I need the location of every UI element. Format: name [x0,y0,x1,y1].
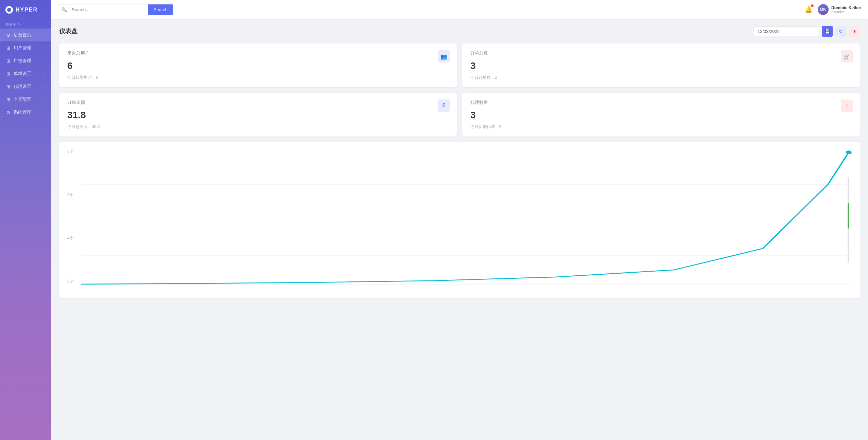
system-icon: ⊙ [5,110,11,115]
stat-value: 31.8 [67,110,449,121]
global-icon: ⊞ [5,97,11,102]
stat-card-agent-count: ↕ 代理数量 3 今日新增代理：2 [462,93,860,136]
y-label-3: 3个 [67,279,74,285]
y-label-5: 5个 [67,192,74,198]
page-actions: 💾 ↻ ▾ [753,26,860,37]
date-input[interactable] [753,26,819,36]
y-label-6: 6个 [67,149,74,154]
sidebar-item-label: 代理设置 [14,84,31,90]
stat-value: 3 [470,110,852,121]
sidebar-item-ads[interactable]: ⊞ 广告管理 › [0,54,51,67]
sidebar-item-home[interactable]: ⊙ 后台首页 [0,29,51,41]
sidebar-item-label: 广告管理 [14,58,31,64]
stat-sub: 今日订单数：2 [470,75,852,80]
stat-value: 3 [470,60,852,71]
user-name: Dominic Kelber [831,5,861,10]
chevron-right-icon: › [45,85,46,89]
chevron-right-icon: › [45,72,46,76]
page-header: 仪表盘 💾 ↻ ▾ [59,26,860,37]
save-icon: 💾 [824,29,830,34]
amount-stat-icon: $ [438,99,450,112]
stat-value: 6 [67,60,449,71]
search-input[interactable] [70,4,148,15]
home-icon: ⊙ [5,33,11,38]
page-title: 仪表盘 [59,27,77,35]
orders-stat-icon: 🛒 [841,50,853,62]
agents-stat-icon: ↕ [841,99,853,112]
content-area: 仪表盘 💾 ↻ ▾ 👥 平台总用户 6 今日新增用户：6 [51,19,868,440]
notification-icon[interactable]: 🔔 [805,6,812,13]
logo-text: HYPER [16,7,38,13]
sidebar-item-label: 单群设置 [14,71,31,77]
stat-card-total-users: 👥 平台总用户 6 今日新增用户：6 [59,43,457,87]
filter-icon: ▾ [853,29,856,34]
chart-card: 6个 5个 4个 3个 [59,142,860,298]
stat-sub: 今日总收入：30.8 [67,124,449,130]
chevron-right-icon: › [45,59,46,63]
search-button[interactable]: Search [148,4,173,15]
user-text: Dominic Kelber Founder [831,5,861,14]
ads-icon: ⊞ [5,58,11,63]
sidebar-section-label: 管理中心 [0,20,51,29]
chart-container: 6个 5个 4个 3个 [67,149,852,291]
sidebar-item-groups[interactable]: ⊞ 单群设置 › [0,67,51,80]
users-stat-icon: 👥 [438,50,450,62]
search-icon: 🔍 [58,7,70,12]
chevron-right-icon: › [45,98,46,102]
sidebar-item-agents[interactable]: ⊞ 代理设置 › [0,80,51,93]
chart-scrollbar[interactable] [848,177,849,263]
sidebar-item-label: 系统管理 [14,109,31,115]
y-axis-labels: 6个 5个 4个 3个 [67,149,74,291]
stat-label: 订单金额 [67,99,449,106]
notification-badge [811,4,814,7]
stat-card-total-orders: 🛒 订单总数 3 今日订单数：2 [462,43,860,87]
sidebar-item-label: 全局配置 [14,96,31,103]
sidebar-item-users[interactable]: ⊞ 用户管理 › [0,41,51,54]
logo-icon [5,6,13,14]
chevron-right-icon: › [45,46,46,50]
users-icon: ⊞ [5,45,11,51]
filter-button[interactable]: ▾ [849,26,860,37]
sidebar-logo: HYPER [0,0,51,20]
save-button[interactable]: 💾 [822,26,833,37]
stat-sub: 今日新增用户：6 [67,75,449,80]
user-role: Founder [831,10,861,14]
search-wrapper: 🔍 Search [58,4,173,15]
stat-label: 代理数量 [470,99,852,106]
user-info[interactable]: DK Dominic Kelber Founder [818,4,861,15]
sidebar-item-global[interactable]: ⊞ 全局配置 › [0,93,51,106]
chart-svg [81,149,852,291]
stat-label: 订单总数 [470,50,852,56]
y-label-4: 4个 [67,235,74,241]
stat-label: 平台总用户 [67,50,449,56]
sidebar-item-label: 用户管理 [14,45,31,51]
main-content: 🔍 Search 🔔 DK Dominic Kelber Founder 仪表盘 [51,0,868,440]
stats-grid: 👥 平台总用户 6 今日新增用户：6 🛒 订单总数 3 今日订单数：2 $ 订单… [59,43,860,136]
chevron-right-icon: › [45,111,46,114]
sidebar-item-system[interactable]: ⊙ 系统管理 › [0,106,51,119]
agents-icon: ⊞ [5,84,11,89]
chart-scrollbar-thumb [848,203,849,229]
stat-sub: 今日新增代理：2 [470,124,852,130]
svg-point-5 [846,150,852,154]
groups-icon: ⊞ [5,71,11,76]
refresh-icon: ↻ [839,29,843,34]
refresh-button[interactable]: ↻ [835,26,846,37]
header-right: 🔔 DK Dominic Kelber Founder [805,4,861,15]
header: 🔍 Search 🔔 DK Dominic Kelber Founder [51,0,868,19]
avatar: DK [818,4,829,15]
stat-card-order-amount: $ 订单金额 31.8 今日总收入：30.8 [59,93,457,136]
chart-area [81,149,852,291]
sidebar-item-label: 后台首页 [14,32,31,38]
sidebar: HYPER 管理中心 ⊙ 后台首页 ⊞ 用户管理 › ⊞ 广告管理 › ⊞ 单群… [0,0,51,440]
